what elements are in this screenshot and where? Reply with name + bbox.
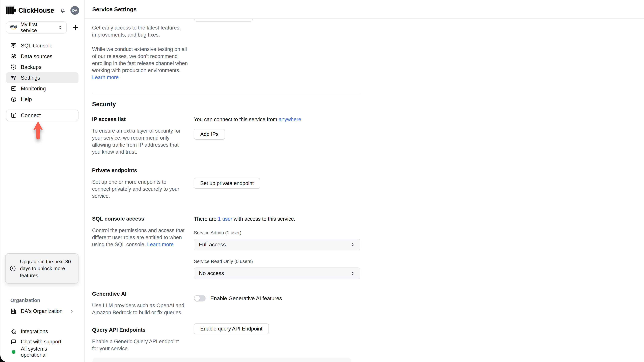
query-api-endpoints-description: Enable a Generic Query API endpoint for … xyxy=(92,338,186,352)
service-name: My first service xyxy=(20,21,54,33)
notifications-button[interactable] xyxy=(59,7,66,14)
main-area: Service Settings Get early access to the… xyxy=(84,0,644,362)
sidebar-item-label: Chat with support xyxy=(21,339,61,345)
settings-sliders-icon xyxy=(10,75,17,81)
sidebar-item-help[interactable]: Help xyxy=(6,94,78,105)
service-admin-label: Service Admin (1 user) xyxy=(194,230,241,236)
aws-icon: aws xyxy=(10,24,17,30)
sidebar-item-sql-console[interactable]: SQL Console xyxy=(6,40,78,51)
enable-query-api-button[interactable]: Enable query API Endpoint xyxy=(194,324,269,334)
bell-icon xyxy=(59,7,66,14)
toggle-knob xyxy=(194,296,200,301)
sql-console-access-title: SQL console access xyxy=(92,216,194,222)
sidebar-nav: SQL Console Data sources xyxy=(0,40,84,105)
sidebar-item-monitoring[interactable]: Monitoring xyxy=(6,83,78,94)
bottom-left-overlay xyxy=(0,352,10,362)
user-avatar[interactable]: DA xyxy=(70,6,79,15)
service-read-only-select-value: No access xyxy=(199,270,224,276)
sidebar-item-label: Backups xyxy=(21,64,42,70)
add-ips-button[interactable]: Add IPs xyxy=(194,129,225,140)
sidebar-bottom: Upgrade in the next 30 days to unlock mo… xyxy=(0,253,84,362)
generative-ai-description: Use LLM providers such as OpenAI and Ama… xyxy=(92,302,186,316)
help-icon xyxy=(10,96,17,102)
service-selector-row: aws My first service xyxy=(6,21,79,33)
generative-ai-toggle-label: Enable Generative AI features xyxy=(210,295,282,302)
ip-access-connect-text: You can connect to this service from any… xyxy=(194,116,301,123)
users-with-access-text: There are 1 user with access to this ser… xyxy=(194,216,295,222)
sidebar-item-settings[interactable]: Settings xyxy=(6,72,78,83)
service-admin-select[interactable]: Full access xyxy=(194,239,360,250)
clickhouse-logo[interactable]: ClickHouse xyxy=(6,6,54,14)
release-paragraph-2: While we conduct extensive testing on al… xyxy=(92,46,188,81)
generative-ai-toggle[interactable] xyxy=(194,295,206,302)
organization-name: DA's Organization xyxy=(21,308,62,314)
sidebar-item-label: Monitoring xyxy=(21,85,46,92)
ip-access-list-section: IP access list To ensure an extra layer … xyxy=(92,116,360,156)
anywhere-link[interactable]: anywhere xyxy=(278,116,301,122)
private-endpoints-description: Set up one or more endpoints to connect … xyxy=(92,178,186,200)
sidebar-item-backups[interactable]: Backups xyxy=(6,62,78,72)
service-read-only-label: Service Read Only (0 users) xyxy=(194,259,253,264)
sidebar-item-system-status[interactable]: All systems operational xyxy=(6,347,78,357)
connect-icon xyxy=(10,112,17,118)
header-actions: DA xyxy=(59,6,79,15)
data-sources-icon xyxy=(10,53,17,59)
sql-console-icon xyxy=(10,42,17,49)
monitoring-icon xyxy=(10,85,17,92)
brand-name: ClickHouse xyxy=(18,6,54,14)
backups-icon xyxy=(10,64,17,70)
next-section-card-partial xyxy=(92,358,351,362)
query-api-endpoints-section: Query API Endpoints Enable a Generic Que… xyxy=(92,327,360,352)
red-arrow-annotation xyxy=(33,121,43,141)
service-selector[interactable]: aws My first service xyxy=(6,21,67,33)
sidebar-item-data-sources[interactable]: Data sources xyxy=(6,51,78,62)
one-user-link[interactable]: 1 user xyxy=(218,216,232,222)
upgrade-notice-card[interactable]: Upgrade in the next 30 days to unlock mo… xyxy=(5,253,78,284)
connect-label: Connect xyxy=(21,112,41,118)
add-service-button[interactable] xyxy=(72,24,79,31)
ip-access-list-description: To ensure an extra layer of security for… xyxy=(92,127,186,156)
setup-private-endpoint-button[interactable]: Set up private endpoint xyxy=(194,178,260,189)
organization-section-label: Organization xyxy=(6,298,78,303)
sidebar-item-chat-support[interactable]: Chat with support xyxy=(6,337,78,347)
connect-button[interactable]: Connect xyxy=(6,110,78,121)
sidebar-item-label: Integrations xyxy=(21,329,48,335)
clickhouse-logo-icon xyxy=(6,6,16,14)
chevron-updown-icon xyxy=(58,25,63,30)
upgrade-notice-text: Upgrade in the next 30 days to unlock mo… xyxy=(20,258,74,279)
page-title: Service Settings xyxy=(92,6,137,12)
sidebar-item-integrations[interactable]: Integrations xyxy=(6,326,78,337)
query-api-endpoints-title: Query API Endpoints xyxy=(92,327,194,333)
sidebar-item-label: Data sources xyxy=(21,53,52,59)
sidebar-item-label: SQL Console xyxy=(21,42,52,49)
chevron-right-icon xyxy=(70,309,74,314)
private-endpoints-title: Private endpoints xyxy=(92,167,194,173)
sql-console-access-description: Control the permissions and access that … xyxy=(92,227,186,248)
release-learn-more-link[interactable]: Learn more xyxy=(92,74,119,80)
sidebar-item-label: Settings xyxy=(21,75,40,81)
service-read-only-select[interactable]: No access xyxy=(194,268,360,279)
release-channel-select-partial[interactable] xyxy=(194,19,253,22)
chat-bubble-icon xyxy=(10,339,17,345)
sql-console-access-section: SQL console access Control the permissio… xyxy=(92,216,360,279)
sql-access-learn-more-link[interactable]: Learn more xyxy=(147,242,174,247)
service-admin-select-value: Full access xyxy=(199,242,226,248)
sidebar: ClickHouse DA aws xyxy=(0,0,84,362)
clock-icon xyxy=(9,265,16,272)
organization-section: Organization DA's Organization xyxy=(0,298,84,317)
generative-ai-title: Generative AI xyxy=(92,291,194,297)
sidebar-item-label: Help xyxy=(21,96,32,102)
section-divider xyxy=(92,94,360,94)
sidebar-item-label: All systems operational xyxy=(21,346,74,358)
building-icon xyxy=(10,308,17,314)
clickhouse-app: ClickHouse DA aws xyxy=(0,0,644,362)
settings-content: Get early access to the latest features,… xyxy=(84,19,361,352)
chevron-updown-icon xyxy=(350,271,355,276)
puzzle-icon xyxy=(10,328,17,335)
sidebar-header: ClickHouse DA xyxy=(0,0,84,15)
sidebar-footer: Integrations Chat with support All syste… xyxy=(0,326,84,357)
organization-row[interactable]: DA's Organization xyxy=(6,306,78,317)
chevron-updown-icon xyxy=(350,242,355,247)
private-endpoints-section: Private endpoints Set up one or more end… xyxy=(92,167,360,200)
release-paragraph-1: Get early access to the latest features,… xyxy=(92,24,188,38)
